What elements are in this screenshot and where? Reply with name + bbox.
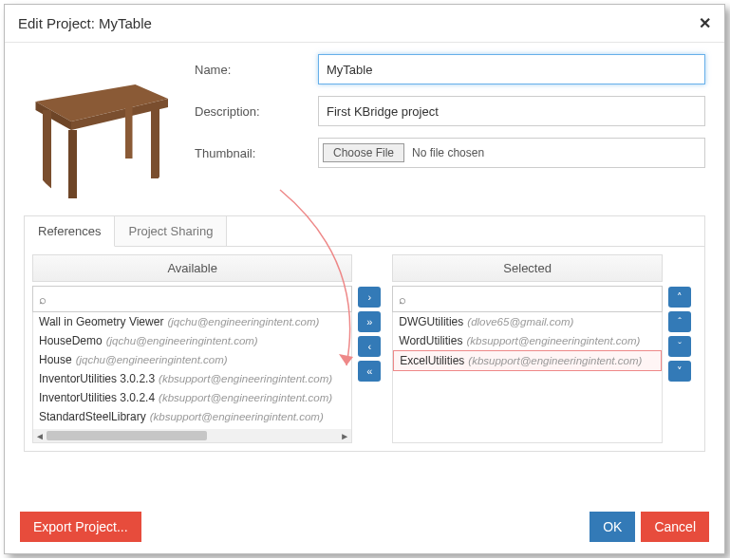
description-label: Description:: [195, 104, 318, 119]
chevron-top-icon: ˄: [677, 292, 683, 303]
name-field[interactable]: [318, 54, 705, 84]
svg-rect-4: [68, 130, 77, 198]
move-buttons: › » ‹ «: [358, 287, 386, 443]
file-status-text: No file chosen: [412, 146, 484, 159]
double-chevron-left-icon: «: [366, 366, 372, 377]
available-search-input[interactable]: [50, 291, 346, 308]
move-top-button[interactable]: ˄: [668, 287, 691, 308]
available-header: Available: [32, 254, 352, 282]
dialog-header: Edit Project: MyTable ✕: [5, 5, 724, 43]
chevron-left-icon: ‹: [367, 342, 371, 352]
tab-references[interactable]: References: [25, 216, 115, 247]
list-item[interactable]: HouseDemo(jqchu@engineeringintent.com): [33, 331, 351, 350]
item-meta: (kbsupport@engineeringintent.com): [159, 373, 332, 384]
choose-file-button[interactable]: Choose File: [323, 143, 404, 162]
tabs-container: References Project Sharing Available ⌕ W…: [24, 215, 705, 452]
scroll-left-icon[interactable]: ◄: [33, 431, 47, 441]
item-meta: (kbsupport@engineeringintent.com): [466, 335, 640, 346]
move-bottom-button[interactable]: ˅: [668, 361, 691, 382]
thumbnail-file-input[interactable]: Choose File No file chosen: [318, 138, 705, 168]
item-name: HouseDemo: [39, 334, 103, 347]
remove-all-button[interactable]: «: [358, 361, 381, 382]
scroll-thumb[interactable]: [47, 431, 338, 440]
thumbnail-label: Thumbnail:: [195, 146, 318, 160]
order-buttons: ˄ ˆ ˇ ˅: [668, 287, 697, 443]
thumbnail-image: [24, 54, 176, 206]
close-icon[interactable]: ✕: [699, 14, 711, 32]
item-name: StandardSteelLibrary: [39, 410, 146, 423]
svg-rect-3: [43, 110, 51, 189]
list-item[interactable]: InventorUtilities 3.0.2.4(kbsupport@engi…: [33, 388, 351, 407]
item-name: WordUtilities: [399, 334, 462, 347]
dialog-title: Edit Project: MyTable: [18, 15, 152, 31]
double-chevron-right-icon: »: [366, 317, 372, 327]
list-item[interactable]: DWGUtilities(dlove65@gmail.com): [393, 312, 662, 331]
list-item[interactable]: InventorUtilities 3.0.2.3(kbsupport@engi…: [33, 369, 351, 388]
item-meta: (jqchu@engineeringintent.com): [76, 354, 228, 365]
horizontal-scrollbar[interactable]: ◄ ►: [33, 429, 351, 442]
available-list[interactable]: Wall in Geometry Viewer(jqchu@engineerin…: [32, 312, 352, 443]
svg-rect-6: [125, 102, 133, 159]
list-item[interactable]: StandardSteelLibrary(kbsupport@engineeri…: [33, 407, 351, 426]
chevron-up-icon: ˆ: [678, 317, 682, 327]
selected-list[interactable]: DWGUtilities(dlove65@gmail.com)WordUtili…: [392, 312, 663, 443]
ok-button[interactable]: OK: [590, 512, 635, 542]
add-button[interactable]: ›: [358, 287, 381, 308]
list-item[interactable]: ExcelUtilities(kbsupport@engineeringinte…: [393, 350, 662, 371]
edit-project-dialog: Edit Project: MyTable ✕ Name:: [4, 4, 725, 554]
list-item[interactable]: WordUtilities(kbsupport@engineeringinten…: [393, 331, 662, 350]
item-meta: (jqchu@engineeringintent.com): [167, 316, 319, 327]
table-illustration: [28, 59, 171, 201]
chevron-down-icon: ˇ: [678, 342, 682, 352]
item-name: DWGUtilities: [399, 315, 463, 328]
available-search[interactable]: ⌕: [32, 286, 352, 312]
description-field[interactable]: [318, 96, 705, 126]
item-meta: (kbsupport@engineeringintent.com): [159, 392, 332, 403]
svg-rect-5: [151, 107, 159, 178]
list-item[interactable]: Wall in Geometry Viewer(jqchu@engineerin…: [33, 312, 351, 331]
name-label: Name:: [195, 63, 318, 77]
chevron-right-icon: ›: [367, 292, 371, 303]
selected-search-input[interactable]: [410, 291, 656, 308]
tab-project-sharing[interactable]: Project Sharing: [115, 216, 227, 246]
cancel-button[interactable]: Cancel: [641, 512, 709, 542]
export-project-button[interactable]: Export Project...: [20, 512, 141, 542]
selected-header: Selected: [392, 254, 663, 282]
item-name: Wall in Geometry Viewer: [39, 315, 163, 328]
item-name: House: [39, 353, 72, 366]
item-meta: (kbsupport@engineeringintent.com): [468, 355, 642, 366]
item-name: InventorUtilities 3.0.2.4: [39, 391, 155, 404]
list-item[interactable]: House(jqchu@engineeringintent.com): [33, 350, 351, 369]
scroll-right-icon[interactable]: ►: [338, 431, 351, 441]
chevron-bottom-icon: ˅: [677, 366, 683, 377]
search-icon: ⌕: [399, 292, 406, 307]
selected-search[interactable]: ⌕: [392, 286, 663, 312]
remove-button[interactable]: ‹: [358, 336, 381, 357]
move-up-button[interactable]: ˆ: [668, 311, 691, 332]
item-meta: (jqchu@engineeringintent.com): [106, 335, 258, 346]
item-meta: (dlove65@gmail.com): [467, 316, 573, 327]
add-all-button[interactable]: »: [358, 311, 381, 332]
item-meta: (kbsupport@engineeringintent.com): [150, 411, 324, 422]
search-icon: ⌕: [39, 292, 47, 307]
move-down-button[interactable]: ˇ: [668, 336, 691, 357]
item-name: InventorUtilities 3.0.2.3: [39, 372, 155, 385]
item-name: ExcelUtilities: [400, 354, 464, 367]
